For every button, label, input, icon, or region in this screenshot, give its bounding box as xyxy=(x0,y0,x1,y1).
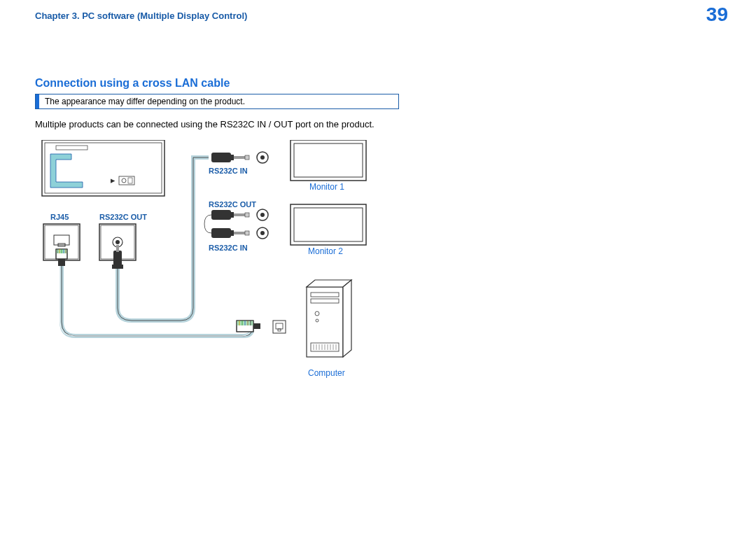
svg-rect-24 xyxy=(113,251,122,266)
svg-rect-26 xyxy=(116,245,119,252)
svg-rect-19 xyxy=(58,259,65,266)
label-monitor1: Monitor 1 xyxy=(309,182,344,192)
label-monitor2: Monitor 2 xyxy=(308,246,343,256)
svg-rect-29 xyxy=(234,156,245,159)
svg-rect-30 xyxy=(245,155,249,160)
svg-rect-34 xyxy=(230,212,234,218)
section-title: Connection using a cross LAN cable xyxy=(35,77,230,90)
connection-diagram: RJ45 RS232C OUT RS232C IN RS232C OUT RS2… xyxy=(35,140,399,385)
svg-point-32 xyxy=(260,155,265,160)
svg-marker-51 xyxy=(343,280,351,357)
svg-rect-41 xyxy=(234,232,245,234)
label-rs232c-in-top: RS232C IN xyxy=(209,167,248,175)
svg-point-23 xyxy=(115,240,120,244)
label-computer: Computer xyxy=(308,368,345,378)
notice-box: The appearance may differ depending on t… xyxy=(35,94,399,109)
svg-point-44 xyxy=(260,231,265,235)
body-text: Multiple products can be connected using… xyxy=(35,119,374,129)
svg-rect-42 xyxy=(245,231,249,235)
svg-rect-40 xyxy=(230,230,234,236)
svg-rect-35 xyxy=(234,213,245,216)
label-rs232c-out-mid: RS232C OUT xyxy=(209,200,256,209)
svg-rect-33 xyxy=(211,210,231,220)
label-rs232c-out-left: RS232C OUT xyxy=(99,213,147,221)
svg-rect-25 xyxy=(112,265,123,269)
chapter-title: Chapter 3. PC software (Multiple Display… xyxy=(35,10,247,21)
svg-rect-28 xyxy=(230,155,234,160)
svg-rect-39 xyxy=(211,228,231,238)
label-rj45: RJ45 xyxy=(50,213,69,221)
page-number: 39 xyxy=(706,3,728,26)
svg-rect-47 xyxy=(290,204,366,245)
svg-rect-36 xyxy=(245,213,249,217)
label-rs232c-in-bottom: RS232C IN xyxy=(209,244,248,252)
svg-point-38 xyxy=(260,213,265,217)
notice-text: The appearance may differ depending on t… xyxy=(39,97,245,106)
svg-rect-27 xyxy=(211,153,231,162)
svg-rect-45 xyxy=(290,140,366,181)
svg-rect-74 xyxy=(253,323,260,329)
